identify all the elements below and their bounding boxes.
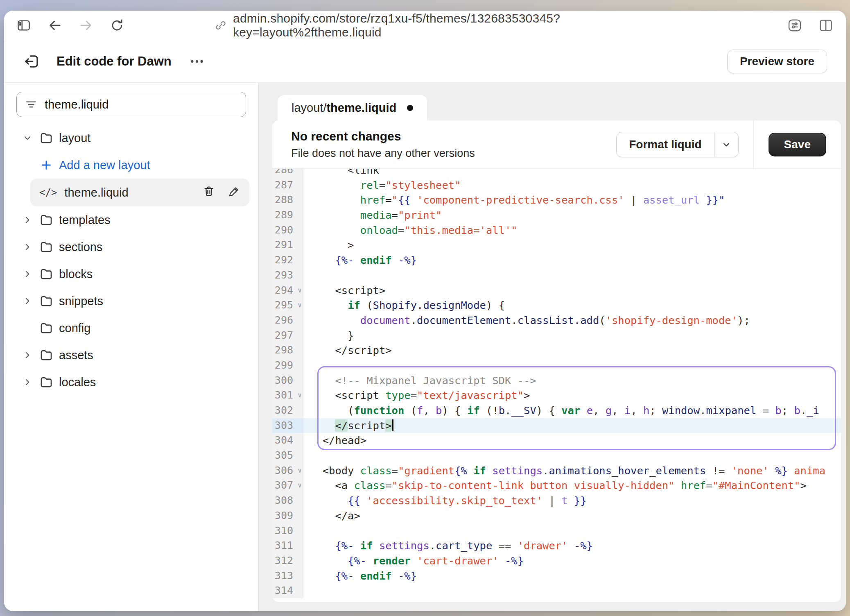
code-line-content[interactable]: rel="stylesheet" — [303, 178, 841, 193]
code-line-content[interactable]: href="{{ 'component-predictive-search.cs… — [303, 192, 841, 208]
format-liquid-button[interactable]: Format liquid — [617, 138, 714, 151]
code-line-content[interactable] — [303, 523, 841, 539]
sidebar-item-label: templates — [59, 213, 111, 227]
save-button[interactable]: Save — [769, 133, 826, 156]
code-line-305: 305 — [272, 448, 841, 463]
code-line-content[interactable]: </head> — [303, 433, 841, 448]
code-editor[interactable]: 286 <link287 rel="stylesheet"288 href="{… — [272, 169, 841, 602]
file-search-input[interactable]: theme.liquid — [16, 92, 246, 117]
code-line-content[interactable]: <a class="skip-to-content-link button vi… — [303, 478, 841, 493]
sidebar-item-sections[interactable]: sections — [4, 233, 258, 260]
code-line-295: 295∨ if (Shopify.designMode) { — [272, 298, 841, 313]
code-line-content[interactable]: {{ 'accessibility.skip_to_text' | t }} — [303, 493, 841, 508]
code-line-content[interactable]: {%- if settings.cart_type == 'drawer' -%… — [303, 538, 841, 553]
tab-theme-liquid[interactable]: layout/theme.liquid — [278, 95, 427, 120]
chevron-right-icon[interactable] — [23, 270, 39, 279]
code-line-content[interactable]: <script type="text/javascript"> — [303, 388, 841, 403]
pencil-icon[interactable] — [228, 185, 240, 200]
code-line-content[interactable]: {%- render 'cart-drawer' -%} — [303, 553, 841, 568]
line-number: 313 — [272, 568, 303, 584]
code-line-content[interactable]: <script> — [303, 283, 841, 298]
sidebar-item-snippets[interactable]: snippets — [4, 288, 258, 315]
link-icon — [215, 19, 227, 32]
chevron-right-icon[interactable] — [23, 351, 39, 360]
code-line-313: 313 {%- endif -%} — [272, 568, 841, 584]
unsaved-dot-icon — [407, 105, 413, 111]
file-tree: layoutAdd a new layout</>theme.liquidtem… — [4, 125, 258, 396]
chevron-right-icon[interactable] — [23, 297, 39, 306]
code-line-content[interactable]: {%- endif -%} — [303, 253, 841, 268]
code-line-content[interactable]: <body class="gradient{% if settings.anim… — [303, 463, 841, 478]
sliders-icon[interactable] — [787, 18, 803, 33]
add-new-layout-label: Add a new layout — [59, 159, 150, 172]
sidebar-toggle-icon[interactable] — [16, 18, 31, 33]
line-number: 289 — [272, 208, 303, 223]
fold-chevron-icon[interactable]: ∨ — [297, 389, 302, 402]
editor-card-header: No recent changes File does not have any… — [272, 120, 841, 169]
sidebar-item-locales[interactable]: locales — [4, 369, 258, 396]
code-line-302: 302 (function (f, b) { if (!b.__SV) { va… — [272, 403, 841, 418]
fold-chevron-icon[interactable]: ∨ — [297, 464, 302, 477]
code-line-content[interactable]: if (Shopify.designMode) { — [303, 298, 841, 313]
code-line-297: 297 } — [272, 328, 841, 343]
browser-toolbar: admin.shopify.com/store/rzq1xu-f5/themes… — [4, 11, 846, 40]
page-title: Edit code for Dawn — [57, 54, 172, 69]
browser-window: admin.shopify.com/store/rzq1xu-f5/themes… — [4, 11, 846, 611]
code-line-296: 296 document.documentElement.classList.a… — [272, 313, 841, 328]
code-line-content[interactable]: <link — [303, 169, 841, 178]
chevron-down-icon[interactable] — [714, 132, 738, 157]
fold-chevron-icon[interactable]: ∨ — [297, 299, 302, 312]
editor-card: No recent changes File does not have any… — [272, 120, 841, 602]
exit-icon[interactable] — [23, 53, 40, 70]
forward-icon[interactable] — [79, 18, 93, 33]
sidebar-item-theme.liquid[interactable]: </>theme.liquid — [30, 179, 249, 206]
line-number: 310 — [272, 523, 303, 539]
reload-icon[interactable] — [110, 18, 124, 33]
fold-chevron-icon[interactable]: ∨ — [297, 479, 302, 492]
code-line-290: 290 onload="this.media='all'" — [272, 223, 841, 238]
line-number: 314 — [272, 583, 303, 598]
code-line-content[interactable]: {%- endif -%} — [303, 568, 841, 584]
preview-store-button[interactable]: Preview store — [727, 50, 827, 73]
sidebar-item-layout[interactable]: layout — [4, 125, 258, 152]
sidebar-item-assets[interactable]: assets — [4, 342, 258, 369]
code-line-content[interactable]: (function (f, b) { if (!b.__SV) { var e,… — [303, 403, 841, 418]
code-line-content[interactable]: <!-- Mixpanel Javascript SDK --> — [303, 373, 841, 388]
chevron-right-icon[interactable] — [23, 378, 39, 387]
code-line-content[interactable]: </a> — [303, 508, 841, 523]
line-number: 311 — [272, 538, 303, 553]
line-number: 301∨ — [272, 388, 303, 403]
back-icon[interactable] — [47, 18, 62, 33]
sidebar-item-templates[interactable]: templates — [4, 206, 258, 233]
line-number: 302 — [272, 403, 303, 418]
code-line-308: 308 {{ 'accessibility.skip_to_text' | t … — [272, 493, 841, 508]
code-line-content[interactable]: </script> — [303, 418, 841, 433]
chevron-right-icon[interactable] — [23, 215, 39, 224]
code-line-content[interactable]: document.documentElement.classList.add('… — [303, 313, 841, 328]
chevron-down-icon[interactable] — [23, 134, 39, 143]
more-icon[interactable] — [189, 53, 205, 70]
sidebar-item-label: layout — [59, 131, 90, 145]
code-line-content[interactable] — [303, 448, 841, 463]
address-bar[interactable]: admin.shopify.com/store/rzq1xu-f5/themes… — [215, 11, 635, 39]
code-line-298: 298 </script> — [272, 343, 841, 358]
code-line-content[interactable]: </script> — [303, 343, 841, 358]
sidebar-item-blocks[interactable]: blocks — [4, 260, 258, 288]
code-line-content[interactable] — [303, 583, 841, 598]
line-number: 292 — [272, 253, 303, 268]
sidebar-item-config[interactable]: config — [4, 315, 258, 342]
trash-icon[interactable] — [203, 185, 215, 200]
add-new-layout-button[interactable]: Add a new layout — [4, 152, 258, 179]
split-view-icon[interactable] — [818, 18, 834, 33]
code-line-291: 291 > — [272, 238, 841, 253]
code-line-content[interactable]: onload="this.media='all'" — [303, 223, 841, 238]
line-number: 312 — [272, 553, 303, 568]
file-label: theme.liquid — [64, 186, 128, 199]
code-line-content[interactable]: > — [303, 238, 841, 253]
code-line-content[interactable]: } — [303, 328, 841, 343]
code-line-content[interactable]: media="print" — [303, 208, 841, 223]
code-line-content[interactable] — [303, 268, 841, 283]
fold-chevron-icon[interactable]: ∨ — [297, 284, 302, 297]
chevron-right-icon[interactable] — [23, 242, 39, 251]
code-line-content[interactable] — [303, 358, 841, 373]
